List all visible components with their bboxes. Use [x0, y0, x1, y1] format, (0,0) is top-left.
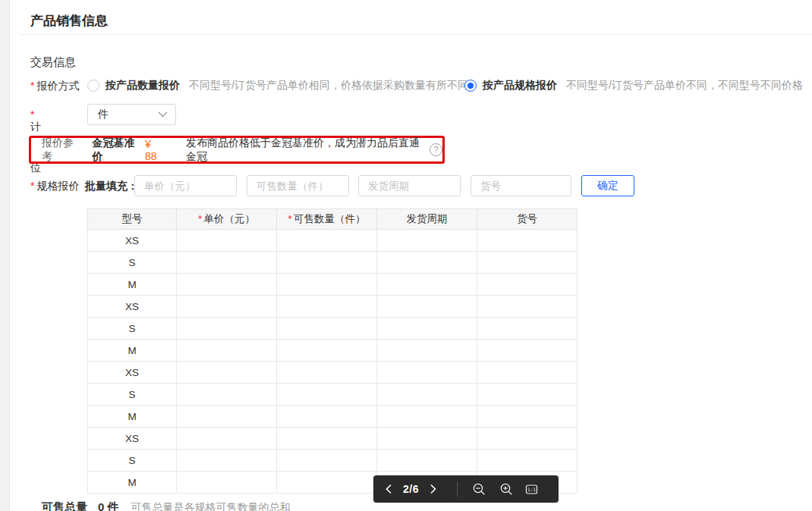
question-circle-icon[interactable]: ? [430, 143, 442, 156]
radio-option-by-spec[interactable]: 按产品规格报价 不同型号/订货号产品单价不同，不同型号不同价格 [464, 79, 803, 92]
actual-size-icon[interactable]: 1:1 [525, 483, 538, 496]
lead-time-cell[interactable] [377, 406, 477, 428]
unit-price-cell[interactable] [177, 384, 277, 406]
unit-price-cell[interactable] [177, 362, 277, 384]
model-cell: S [88, 252, 177, 274]
available-qty-cell[interactable] [277, 274, 377, 296]
spec-table-body: XSSMXSSMXSSMXSSM [88, 230, 578, 494]
batch-lead-time-input[interactable] [358, 175, 461, 196]
batch-item-no-input[interactable] [471, 175, 571, 196]
table-row: M [88, 274, 578, 296]
radio-option-by-quantity[interactable]: 按产品数量报价 不同型号/订货号产品单价相同，价格依据采购数量有所不同 [87, 79, 468, 92]
table-row: S [88, 252, 578, 274]
chevron-down-icon [158, 111, 168, 118]
item-no-cell[interactable] [477, 230, 578, 252]
item-no-cell[interactable] [477, 406, 578, 428]
available-qty-cell[interactable] [277, 472, 377, 494]
unit-select[interactable]: 件 [87, 104, 176, 125]
item-no-cell[interactable] [477, 428, 578, 450]
lead-time-cell[interactable] [377, 318, 477, 340]
lead-time-cell[interactable] [377, 450, 477, 472]
lead-time-cell[interactable] [377, 252, 477, 274]
available-qty-cell[interactable] [277, 428, 377, 450]
model-cell: M [88, 340, 177, 362]
model-cell: XS [88, 428, 177, 450]
item-no-cell[interactable] [477, 384, 578, 406]
available-qty-cell[interactable] [277, 406, 377, 428]
table-row: S [88, 450, 578, 472]
available-qty-cell[interactable] [277, 296, 377, 318]
zoom-out-icon[interactable] [473, 483, 486, 496]
table-row: S [88, 318, 578, 340]
item-no-cell[interactable] [477, 340, 578, 362]
chevron-left-icon[interactable] [385, 484, 392, 494]
unit-price-cell[interactable] [177, 428, 277, 450]
table-row: XS [88, 362, 578, 384]
model-cell: S [88, 450, 177, 472]
unit-price-cell[interactable] [177, 406, 277, 428]
radio-option-label[interactable]: 按产品数量报价 [105, 79, 180, 92]
page-left-edge [0, 0, 10, 511]
chevron-right-icon[interactable] [430, 484, 437, 494]
unit-price-cell[interactable] [177, 340, 277, 362]
item-no-cell[interactable] [477, 296, 578, 318]
available-qty-cell[interactable] [277, 230, 377, 252]
unit-price-cell[interactable] [177, 230, 277, 252]
item-no-cell[interactable] [477, 252, 578, 274]
available-qty-cell[interactable] [277, 384, 377, 406]
model-cell: XS [88, 362, 177, 384]
lead-time-cell[interactable] [377, 428, 477, 450]
model-cell: M [88, 274, 177, 296]
item-no-cell[interactable] [477, 450, 578, 472]
unit-price-cell[interactable] [177, 296, 277, 318]
unit-price-cell[interactable] [177, 318, 277, 340]
lead-time-cell[interactable] [377, 230, 477, 252]
unit-price-cell[interactable] [177, 274, 277, 296]
item-no-cell[interactable] [477, 318, 578, 340]
zoom-in-icon[interactable] [500, 483, 513, 496]
item-no-cell[interactable] [477, 362, 578, 384]
radio-checked-icon[interactable] [464, 80, 477, 92]
table-row: XS [88, 296, 578, 318]
lead-time-cell[interactable] [377, 362, 477, 384]
unit-price-cell[interactable] [177, 252, 277, 274]
column-header: *可售数量（件） [277, 209, 377, 230]
column-header: 货号 [477, 209, 578, 230]
unit-select-value: 件 [98, 108, 109, 121]
product-sales-form: 产品销售信息 交易信息 *报价方式 按产品数量报价 不同型号/订货号产品单价相同… [0, 0, 812, 511]
lead-time-cell[interactable] [377, 274, 477, 296]
batch-unit-price-input[interactable] [134, 175, 237, 196]
batch-fill-label: 批量填充： [85, 180, 138, 193]
radio-option-label[interactable]: 按产品规格报价 [483, 79, 557, 92]
total-quantity-row: 可售总量 0 件 可售总量是各规格可售数量的总和 [42, 500, 291, 511]
available-qty-cell[interactable] [277, 450, 377, 472]
batch-available-qty-input[interactable] [247, 175, 349, 196]
available-qty-cell[interactable] [277, 362, 377, 384]
pager-divider [457, 481, 458, 497]
lead-time-cell[interactable] [377, 384, 477, 406]
item-no-cell[interactable] [477, 274, 578, 296]
confirm-button[interactable]: 确定 [581, 175, 634, 196]
title-divider [20, 34, 812, 35]
image-pager-toolbar: 2/6 1:1 [373, 475, 559, 503]
available-qty-cell[interactable] [277, 252, 377, 274]
quote-method-label-wrap: *报价方式 [30, 80, 79, 93]
required-asterisk: * [30, 180, 34, 192]
model-cell: S [88, 384, 177, 406]
total-quantity-value: 0 件 [98, 500, 119, 511]
spec-quote-row: *规格报价 批量填充： 确定 [0, 175, 812, 196]
table-row: M [88, 406, 578, 428]
quote-method-row: *报价方式 按产品数量报价 不同型号/订货号产品单价相同，价格依据采购数量有所不… [0, 79, 812, 94]
unit-price-cell[interactable] [177, 450, 277, 472]
spec-quote-label-wrap: *规格报价 [30, 180, 79, 193]
model-cell: S [88, 318, 177, 340]
lead-time-cell[interactable] [377, 296, 477, 318]
available-qty-cell[interactable] [277, 340, 377, 362]
svg-text:1:1: 1:1 [527, 486, 536, 491]
unit-price-cell[interactable] [177, 472, 277, 494]
lead-time-cell[interactable] [377, 340, 477, 362]
price-reference-label: 报价参考 [42, 136, 81, 164]
table-row: XS [88, 428, 578, 450]
available-qty-cell[interactable] [277, 318, 377, 340]
radio-unchecked-icon[interactable] [87, 80, 99, 92]
